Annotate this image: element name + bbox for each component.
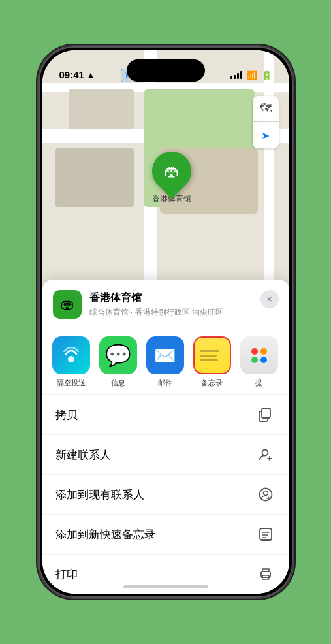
signal-bar-4 xyxy=(240,71,242,79)
share-item-airdrop[interactable]: 隔空投送 xyxy=(48,336,95,388)
signal-bar-2 xyxy=(234,75,236,79)
red-dot xyxy=(251,348,258,355)
close-icon: × xyxy=(266,294,272,304)
notes-lines xyxy=(195,345,230,366)
map-controls: 🗺 ➤ xyxy=(253,96,279,148)
phone-screen: 09:41 ▲ 📶 🔋 xyxy=(42,50,289,594)
dot-row-1 xyxy=(251,348,267,355)
signal-bar-1 xyxy=(230,76,232,79)
share-item-mail[interactable]: ✉️ 邮件 xyxy=(142,336,189,388)
wifi-icon: 📶 xyxy=(246,70,257,80)
green-dot xyxy=(251,357,258,363)
airdrop-icon-wrap xyxy=(52,336,90,374)
venue-info: 香港体育馆 综合体育馆 · 香港特别行政区 油尖旺区 xyxy=(89,291,279,318)
quick-note-label: 添加到新快速备忘录 xyxy=(55,527,155,542)
notes-line-2 xyxy=(200,355,217,357)
map-type-icon: 🗺 xyxy=(260,102,272,116)
add-existing-icon xyxy=(255,484,276,505)
signal-bar-3 xyxy=(237,73,239,79)
action-copy[interactable]: 拷贝 xyxy=(42,395,289,435)
messages-icon-wrap: 💬 xyxy=(99,336,137,374)
home-indicator xyxy=(123,585,208,588)
print-label: 打印 xyxy=(55,567,78,582)
notes-line-3 xyxy=(200,359,219,361)
venue-name: 香港体育馆 xyxy=(89,291,279,305)
airdrop-label: 隔空投送 xyxy=(57,378,86,388)
compass-icon: ➤ xyxy=(261,129,270,142)
blue-dot xyxy=(260,357,267,363)
action-quick-note[interactable]: 添加到新快速备忘录 xyxy=(42,515,289,555)
signal-bars xyxy=(230,71,242,79)
svg-rect-10 xyxy=(260,528,272,540)
action-new-contact[interactable]: 新建联系人 xyxy=(42,435,289,475)
phone-frame: 09:41 ▲ 📶 🔋 xyxy=(39,46,293,598)
new-contact-icon xyxy=(255,444,276,465)
pin-circle: 🏟 xyxy=(144,144,199,199)
dynamic-island xyxy=(127,59,205,82)
venue-stadium-icon: 🏟 xyxy=(60,296,74,313)
copy-label: 拷贝 xyxy=(55,408,78,423)
messages-icon: 💬 xyxy=(105,343,131,368)
share-item-more[interactable]: 提 xyxy=(236,336,283,388)
svg-rect-2 xyxy=(262,408,270,418)
svg-point-7 xyxy=(263,491,268,496)
new-contact-label: 新建联系人 xyxy=(55,447,111,462)
map-building-block-3 xyxy=(55,148,134,207)
venue-subtitle: 综合体育馆 · 香港特别行政区 油尖旺区 xyxy=(89,307,279,318)
location-pin[interactable]: 🏟 香港体育馆 xyxy=(152,152,191,204)
share-item-messages[interactable]: 💬 信息 xyxy=(95,336,142,388)
mail-icon-wrap: ✉️ xyxy=(146,336,184,374)
add-existing-label: 添加到现有联系人 xyxy=(55,487,144,502)
battery-icon: 🔋 xyxy=(261,70,272,80)
stadium-icon: 🏟 xyxy=(164,162,180,180)
map-type-button[interactable]: 🗺 xyxy=(253,96,279,122)
close-button[interactable]: × xyxy=(260,290,279,308)
venue-icon: 🏟 xyxy=(53,290,82,319)
dot-row-2 xyxy=(251,357,267,363)
share-item-notes[interactable]: 备忘录 xyxy=(189,336,236,388)
notes-icon-wrap xyxy=(193,336,231,374)
more-label: 提 xyxy=(255,378,262,388)
copy-icon xyxy=(255,404,276,425)
mail-icon: ✉️ xyxy=(153,345,176,366)
notes-line-1 xyxy=(200,350,219,352)
location-button[interactable]: ➤ xyxy=(253,122,279,148)
status-time: 09:41 ▲ xyxy=(59,69,95,80)
venue-card: 🏟 香港体育馆 综合体育馆 · 香港特别行政区 油尖旺区 × xyxy=(42,280,289,327)
svg-point-0 xyxy=(68,356,74,362)
location-arrow-icon: ▲ xyxy=(87,71,95,80)
messages-label: 信息 xyxy=(111,378,125,388)
action-list: 拷贝 新建联系人 xyxy=(42,395,289,594)
more-icon-wrap xyxy=(240,336,278,374)
mail-label: 邮件 xyxy=(158,378,172,388)
bottom-sheet: 🏟 香港体育馆 综合体育馆 · 香港特别行政区 油尖旺区 × xyxy=(42,280,289,594)
share-row: 隔空投送 💬 信息 ✉️ 邮件 xyxy=(42,327,289,395)
action-add-existing[interactable]: 添加到现有联系人 xyxy=(42,475,289,515)
orange-dot xyxy=(260,348,267,355)
print-icon xyxy=(255,564,276,585)
airdrop-svg-icon xyxy=(61,345,82,366)
quick-note-icon xyxy=(255,524,276,545)
status-icons: 📶 🔋 xyxy=(230,70,272,80)
notes-label: 备忘录 xyxy=(201,378,223,388)
